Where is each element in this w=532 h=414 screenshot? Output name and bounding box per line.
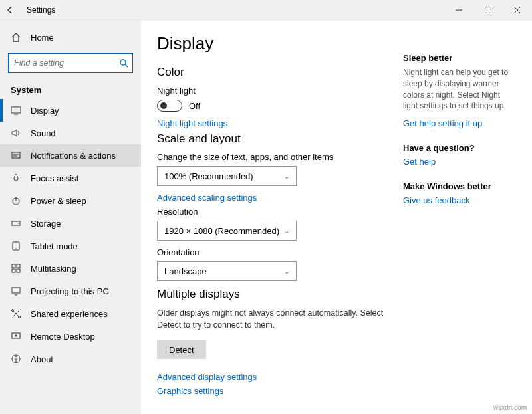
multi-desc: Older displays might not always connect … <box>157 308 390 331</box>
storage-icon <box>11 218 21 229</box>
window-title: Settings <box>27 5 55 15</box>
sidebar-item-notifications[interactable]: Notifications & actions <box>0 144 141 167</box>
resolution-dropdown[interactable]: 1920 × 1080 (Recommended) ⌄ <box>157 221 297 241</box>
sidebar-item-label: Focus assist <box>31 173 78 183</box>
night-light-label: Night light <box>157 86 390 96</box>
advanced-scaling-link[interactable]: Advanced scaling settings <box>157 193 390 203</box>
sidebar-item-multitasking[interactable]: Multitasking <box>0 257 141 280</box>
display-icon <box>11 105 21 116</box>
sleep-better-heading: Sleep better <box>403 53 516 63</box>
svg-line-5 <box>125 64 128 67</box>
orientation-label: Orientation <box>157 247 390 257</box>
question-heading: Have a question? <box>403 143 516 153</box>
remote-icon <box>11 331 21 342</box>
sidebar-item-label: Sound <box>31 128 56 138</box>
home-icon <box>11 32 21 43</box>
night-light-settings-link[interactable]: Night light settings <box>157 118 390 128</box>
svg-rect-17 <box>12 264 15 268</box>
power-icon <box>11 195 21 206</box>
sidebar: Home System Display Sound Notifications … <box>0 20 141 414</box>
search-icon <box>119 58 128 68</box>
page-title: Display <box>157 33 390 54</box>
svg-rect-20 <box>17 269 20 272</box>
titlebar: Settings <box>0 0 532 20</box>
sidebar-item-label: Tablet mode <box>31 241 78 251</box>
scale-value: 100% (Recommended) <box>164 171 253 181</box>
sidebar-item-label: Shared experiences <box>31 309 108 319</box>
sidebar-item-projecting[interactable]: Projecting to this PC <box>0 280 141 302</box>
sidebar-item-label: Remote Desktop <box>31 332 95 342</box>
search-box[interactable] <box>8 53 133 73</box>
svg-rect-21 <box>12 288 20 293</box>
about-icon <box>11 354 21 364</box>
sidebar-item-label: Notifications & actions <box>31 151 116 161</box>
minimize-button[interactable] <box>444 0 473 20</box>
notifications-icon <box>11 150 21 161</box>
feedback-heading: Make Windows better <box>403 181 516 191</box>
sidebar-item-focus-assist[interactable]: Focus assist <box>0 167 141 189</box>
night-light-toggle[interactable] <box>157 100 182 112</box>
search-input[interactable] <box>14 58 119 68</box>
sidebar-item-about[interactable]: About <box>0 348 141 370</box>
maximize-button[interactable] <box>473 0 503 20</box>
chevron-down-icon: ⌄ <box>284 268 289 275</box>
svg-rect-18 <box>17 264 20 268</box>
sidebar-item-tablet-mode[interactable]: Tablet mode <box>0 235 141 257</box>
svg-rect-1 <box>485 7 491 13</box>
sidebar-item-label: Storage <box>31 219 61 229</box>
sound-icon <box>11 128 21 138</box>
orientation-dropdown[interactable]: Landscape ⌄ <box>157 261 297 281</box>
sidebar-item-label: Projecting to this PC <box>31 286 109 296</box>
advanced-display-link[interactable]: Advanced display settings <box>157 372 390 382</box>
sidebar-item-power-sleep[interactable]: Power & sleep <box>0 189 141 212</box>
sidebar-item-shared-experiences[interactable]: Shared experiences <box>0 302 141 325</box>
chevron-down-icon: ⌄ <box>284 173 289 180</box>
svg-rect-6 <box>11 107 21 113</box>
sidebar-item-label: Power & sleep <box>31 196 86 206</box>
shared-icon <box>11 308 21 319</box>
sidebar-item-remote-desktop[interactable]: Remote Desktop <box>0 325 141 348</box>
chevron-down-icon: ⌄ <box>284 227 289 235</box>
svg-rect-19 <box>12 269 15 272</box>
multitasking-icon <box>11 263 21 274</box>
sidebar-item-label: About <box>31 354 53 364</box>
section-color: Color <box>157 66 390 79</box>
main-panel: Display Color Night light Off Night ligh… <box>157 33 390 401</box>
orientation-value: Landscape <box>164 266 207 276</box>
focus-assist-icon <box>11 173 21 183</box>
back-button[interactable] <box>5 5 21 15</box>
sidebar-item-label: Display <box>31 106 59 116</box>
watermark: wsxdn.com <box>493 404 527 411</box>
get-help-link[interactable]: Get help <box>403 157 516 167</box>
tablet-icon <box>11 241 21 251</box>
svg-rect-8 <box>12 152 20 158</box>
svg-point-31 <box>15 356 16 357</box>
sidebar-item-label: Multitasking <box>31 264 76 274</box>
section-scale: Scale and layout <box>157 132 390 146</box>
detect-button[interactable]: Detect <box>157 340 206 359</box>
resolution-value: 1920 × 1080 (Recommended) <box>164 226 279 236</box>
svg-point-4 <box>120 60 126 65</box>
graphics-settings-link[interactable]: Graphics settings <box>157 386 390 396</box>
svg-point-14 <box>18 223 19 224</box>
sidebar-item-sound[interactable]: Sound <box>0 122 141 144</box>
sidebar-item-display[interactable]: Display <box>0 99 141 122</box>
sidebar-group-system: System <box>0 81 141 99</box>
home-label: Home <box>31 33 54 43</box>
sidebar-item-storage[interactable]: Storage <box>0 212 141 235</box>
projecting-icon <box>11 286 21 296</box>
sleep-help-link[interactable]: Get help setting it up <box>403 118 516 128</box>
section-multiple-displays: Multiple displays <box>157 288 390 301</box>
aside-panel: Sleep better Night light can help you ge… <box>403 33 516 401</box>
scale-dropdown[interactable]: 100% (Recommended) ⌄ <box>157 166 297 186</box>
feedback-link[interactable]: Give us feedback <box>403 195 516 205</box>
scale-label: Change the size of text, apps, and other… <box>157 152 390 162</box>
close-button[interactable] <box>503 0 532 20</box>
sleep-better-body: Night light can help you get to sleep by… <box>403 67 516 112</box>
home-button[interactable]: Home <box>0 27 141 48</box>
resolution-label: Resolution <box>157 207 390 217</box>
night-light-state: Off <box>189 101 200 111</box>
svg-point-16 <box>15 248 16 249</box>
